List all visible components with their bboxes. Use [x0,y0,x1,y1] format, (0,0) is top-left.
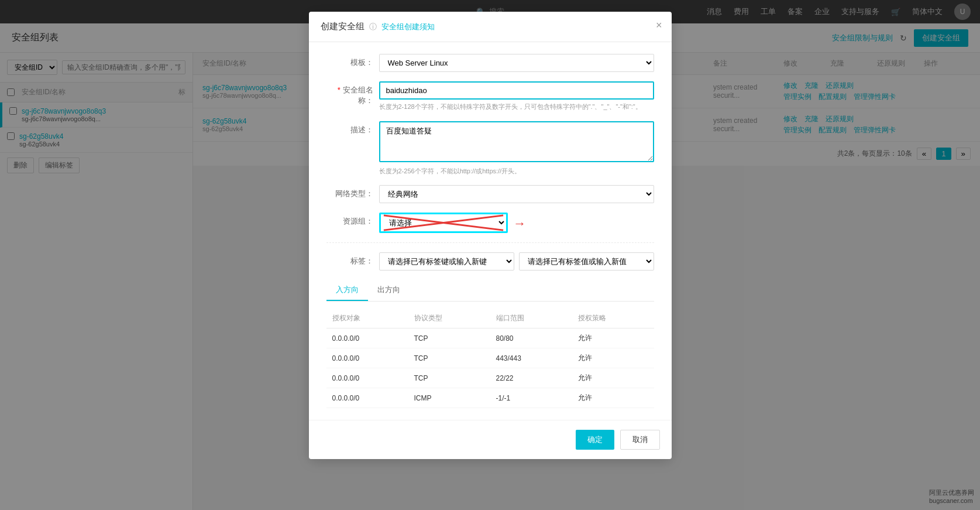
template-control: Web Server Linux [379,54,654,72]
rule-policy-0: 允许 [572,328,654,348]
resource-control: 请选择 → [379,213,654,233]
th-policy: 授权策略 [572,309,654,328]
rule-target-0: 0.0.0.0/0 [326,328,408,348]
rule-protocol-0: TCP [408,328,490,348]
cancel-button[interactable]: 取消 [620,430,660,450]
rule-protocol-3: ICMP [408,388,490,408]
tags-label: 标签： [326,252,373,266]
th-protocol: 协议类型 [408,309,490,328]
form-row-tags: 标签： 请选择已有标签键或输入新键 请选择已有标签值或输入新值 [326,252,654,271]
desc-control: 百度知道答疑 长度为2-256个字符，不能以http://或https://开头… [379,121,654,176]
sgname-hint: 长度为2-128个字符，不能以特殊字符及数字开头，只可包含特殊字符中的"."、"… [379,102,654,112]
rule-policy-1: 允许 [572,348,654,368]
table-row: 0.0.0.0/0 TCP 443/443 允许 [326,348,654,368]
dialog-subtitle[interactable]: 安全组创建须知 [381,22,435,32]
dialog-body: 模板： Web Server Linux 安全组名称： 长度为2-128个字符，… [309,42,672,420]
desc-hint: 长度为2-256个字符，不能以http://或https://开头。 [379,166,654,176]
form-row-network: 网络类型： 经典网络 [326,185,654,203]
dialog-close-button[interactable]: × [656,20,662,30]
rule-port-3: -1/-1 [490,388,572,408]
form-row-template: 模板： Web Server Linux [326,54,654,72]
th-target: 授权对象 [326,309,408,328]
rules-table: 授权对象 协议类型 端口范围 授权策略 0.0.0.0/0 TCP 80/80 … [326,309,654,408]
rule-target-2: 0.0.0.0/0 [326,368,408,388]
rule-protocol-2: TCP [408,368,490,388]
table-row: 0.0.0.0/0 TCP 22/22 允许 [326,368,654,388]
rules-table-header: 授权对象 协议类型 端口范围 授权策略 [326,309,654,328]
table-row: 0.0.0.0/0 TCP 80/80 允许 [326,328,654,348]
rule-port-0: 80/80 [490,328,572,348]
tab-outbound[interactable]: 出方向 [368,280,410,301]
create-sg-dialog: 创建安全组 ⓘ 安全组创建须知 × 模板： Web Server Linux 安… [309,12,672,459]
sgname-label: 安全组名称： [326,81,373,106]
sgname-input[interactable] [379,81,654,100]
rule-target-1: 0.0.0.0/0 [326,348,408,368]
rule-policy-3: 允许 [572,388,654,408]
rule-target-3: 0.0.0.0/0 [326,388,408,408]
tags-value-select[interactable]: 请选择已有标签值或输入新值 [519,252,654,271]
tab-inbound[interactable]: 入方向 [326,280,368,301]
table-row: 0.0.0.0/0 ICMP -1/-1 允许 [326,388,654,408]
confirm-button[interactable]: 确定 [576,430,614,450]
tags-row: 请选择已有标签键或输入新键 请选择已有标签值或输入新值 [379,252,654,271]
rule-policy-2: 允许 [572,368,654,388]
watermark: 阿里云优惠券网 bugscaner.com [929,488,974,504]
annotation-arrow-icon: → [513,216,526,231]
form-row-sgname: 安全组名称： 长度为2-128个字符，不能以特殊字符及数字开头，只可包含特殊字符… [326,81,654,112]
network-label: 网络类型： [326,185,373,199]
watermark-subtext: bugscaner.com [929,497,974,504]
rule-protocol-1: TCP [408,348,490,368]
network-control: 经典网络 [379,185,654,203]
tags-key-select[interactable]: 请选择已有标签键或输入新键 [379,252,514,271]
form-divider [326,242,654,243]
modal-overlay: 创建安全组 ⓘ 安全组创建须知 × 模板： Web Server Linux 安… [0,0,980,510]
th-port: 端口范围 [490,309,572,328]
watermark-text: 阿里云优惠券网 [929,488,974,497]
dialog-title: 创建安全组 [321,21,365,32]
template-label: 模板： [326,54,373,68]
form-row-desc: 描述： 百度知道答疑 长度为2-256个字符，不能以http://或https:… [326,121,654,176]
resource-select[interactable]: 请选择 [379,213,508,233]
tags-control: 请选择已有标签键或输入新键 请选择已有标签值或输入新值 [379,252,654,271]
desc-label: 描述： [326,121,373,135]
desc-textarea[interactable]: 百度知道答疑 [379,121,654,162]
rule-port-1: 443/443 [490,348,572,368]
rule-port-2: 22/22 [490,368,572,388]
resource-label: 资源组： [326,213,373,227]
direction-tabs: 入方向 出方向 [326,280,654,302]
dialog-header: 创建安全组 ⓘ 安全组创建须知 × [309,12,672,42]
form-row-resource: 资源组： 请选择 → [326,213,654,233]
sgname-control: 长度为2-128个字符，不能以特殊字符及数字开头，只可包含特殊字符中的"."、"… [379,81,654,112]
network-select[interactable]: 经典网络 [379,185,654,203]
dialog-footer: 确定 取消 [309,420,672,459]
template-select[interactable]: Web Server Linux [379,54,654,72]
